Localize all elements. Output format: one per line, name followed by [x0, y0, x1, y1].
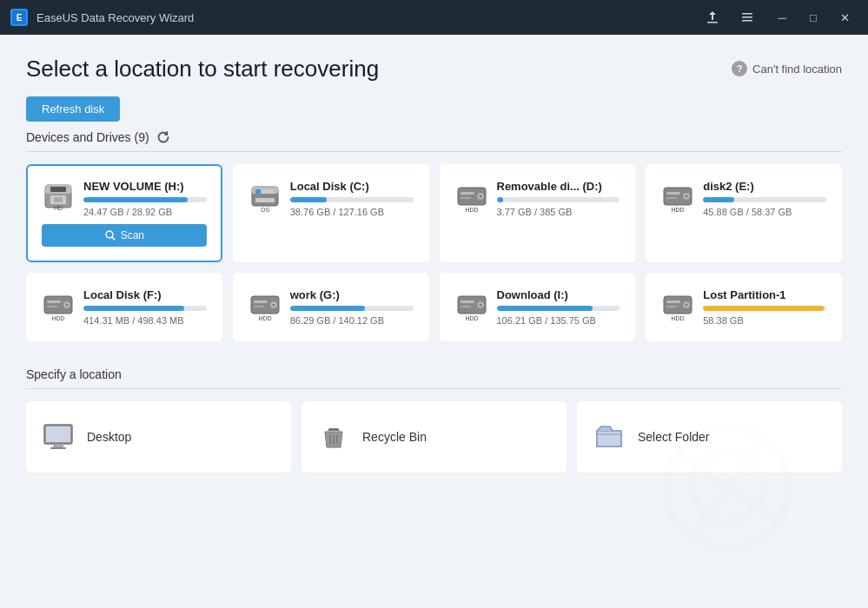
svg-point-40 [272, 304, 275, 307]
drive-bar-bg-4 [83, 306, 207, 311]
drive-card-inner-1: OS Local Disk (C:) 38.76 GB / 127.16 GB [248, 180, 414, 217]
svg-rect-59 [50, 447, 66, 449]
drive-name-6: Download (I:) [497, 288, 620, 301]
svg-rect-16 [255, 189, 261, 194]
scan-button[interactable]: Scan [42, 224, 207, 247]
svg-rect-53 [666, 301, 680, 303]
page-title: Select a location to start recovering [26, 56, 379, 83]
drive-card-5[interactable]: HDD work (G:) 86.29 GB / 140.12 GB [233, 273, 429, 341]
svg-rect-8 [50, 187, 66, 192]
minimize-btn[interactable]: ─ [769, 7, 795, 28]
location-grid: Desktop Recycle Bin Select Folder [26, 401, 842, 473]
drive-name-4: Local Disk (F:) [83, 288, 207, 301]
drive-info-5: work (G:) 86.29 GB / 140.12 GB [290, 288, 414, 326]
drive-name-1: Local Disk (C:) [290, 180, 414, 193]
drive-card-1[interactable]: OS Local Disk (C:) 38.76 GB / 127.16 GB [233, 164, 429, 262]
drive-card-3[interactable]: HDD disk2 (E:) 45.88 GB / 58.37 GB [646, 164, 842, 262]
drive-bar-fill-7 [703, 306, 824, 311]
location-name-0: Desktop [87, 430, 131, 444]
location-card-recycle[interactable]: Recycle Bin [301, 401, 567, 473]
svg-rect-18 [255, 198, 275, 202]
header: Select a location to start recovering ? … [0, 35, 868, 96]
svg-rect-2 [707, 22, 718, 23]
drive-icon-5: HDD [248, 288, 282, 321]
app-logo: E [10, 9, 28, 26]
drive-name-7: Lost Partition-1 [703, 288, 826, 301]
svg-text:OS: OS [261, 207, 269, 213]
drive-bar-fill-5 [290, 306, 365, 311]
svg-line-13 [112, 237, 115, 240]
drive-bar-bg-3 [703, 197, 826, 202]
svg-point-46 [479, 304, 481, 307]
drive-bar-bg-5 [290, 306, 414, 311]
svg-text:HD: HD [54, 205, 63, 211]
drive-bar-fill-4 [83, 306, 184, 311]
svg-rect-35 [47, 301, 61, 303]
svg-text:HDD: HDD [51, 315, 64, 321]
cant-find-label: Can't find location [752, 63, 842, 76]
menu-btn[interactable] [734, 7, 760, 28]
svg-text:HDD: HDD [258, 315, 271, 321]
drive-bar-fill-1 [290, 197, 328, 202]
location-name-1: Recycle Bin [362, 430, 427, 444]
window-controls: ─ □ ✕ [699, 7, 858, 28]
drive-icon-1: OS [248, 180, 282, 213]
drive-card-inner-5: HDD work (G:) 86.29 GB / 140.12 GB [248, 288, 414, 326]
maximize-btn[interactable]: □ [800, 7, 826, 28]
svg-point-34 [66, 304, 69, 307]
svg-rect-57 [46, 426, 70, 442]
drive-card-inner-3: HDD disk2 (E:) 45.88 GB / 58.37 GB [661, 180, 826, 217]
scroll-area[interactable]: Refresh disk Devices and Drives (9) HD [0, 96, 868, 608]
devices-section-header: Devices and Drives (9) [26, 130, 842, 152]
svg-rect-17 [262, 189, 274, 194]
refresh-disk-button[interactable]: Refresh disk [26, 96, 120, 122]
drive-info-3: disk2 (E:) 45.88 GB / 58.37 GB [703, 180, 826, 217]
drive-size-2: 3.77 GB / 385 GB [497, 207, 620, 217]
drive-name-0: NEW VOLUME (H:) [83, 180, 207, 193]
drive-bar-bg-1 [290, 197, 414, 202]
svg-rect-5 [742, 20, 752, 22]
location-name-2: Select Folder [638, 430, 709, 444]
drive-card-6[interactable]: HDD Download (I:) 106.21 GB / 135.75 GB [440, 273, 636, 341]
drive-info-7: Lost Partition-1 58.38 GB [703, 288, 826, 326]
svg-text:HDD: HDD [465, 207, 478, 213]
svg-rect-36 [47, 306, 57, 307]
svg-rect-41 [254, 301, 268, 303]
svg-rect-23 [461, 192, 474, 195]
svg-point-22 [479, 195, 481, 198]
drive-size-5: 86.29 GB / 140.12 GB [290, 315, 414, 326]
main-content: Select a location to start recovering ? … [0, 35, 868, 608]
app-title: EaseUS Data Recovery Wizard [36, 11, 699, 24]
location-card-folder[interactable]: Select Folder [577, 401, 842, 473]
drive-card-7[interactable]: HDD Lost Partition-1 58.38 GB [646, 273, 842, 341]
help-icon: ? [732, 61, 747, 76]
refresh-icon-button[interactable] [156, 130, 170, 144]
drive-info-2: Removable di... (D:) 3.77 GB / 385 GB [497, 180, 620, 217]
specify-section-title: Specify a location [26, 367, 842, 389]
drive-icon-3: HDD [661, 180, 694, 213]
drive-bar-bg-7 [703, 306, 826, 311]
svg-text:HDD: HDD [672, 207, 685, 213]
drive-card-0[interactable]: HD NEW VOLUME (H:) 24.47 GB / 28.92 GB S… [26, 164, 222, 262]
drive-card-inner-7: HDD Lost Partition-1 58.38 GB [661, 288, 826, 326]
svg-text:HDD: HDD [465, 315, 478, 321]
upload-btn[interactable] [699, 7, 726, 28]
drive-icon-2: HDD [455, 180, 488, 213]
drive-card-4[interactable]: HDD Local Disk (F:) 414.31 MB / 498.43 M… [26, 273, 222, 341]
svg-rect-3 [742, 13, 752, 15]
location-card-desktop[interactable]: Desktop [26, 401, 291, 473]
location-icon-folder [593, 420, 626, 453]
drive-card-2[interactable]: HDD Removable di... (D:) 3.77 GB / 385 G… [440, 164, 636, 262]
location-icon-recycle [317, 420, 350, 453]
drive-bar-fill-2 [497, 197, 503, 202]
drive-bar-fill-6 [497, 306, 593, 311]
close-btn[interactable]: ✕ [832, 7, 858, 28]
svg-rect-48 [461, 306, 471, 307]
drive-icon-6: HDD [455, 288, 488, 321]
devices-section-title: Devices and Drives (9) [26, 130, 149, 144]
drive-card-inner-0: HD NEW VOLUME (H:) 24.47 GB / 28.92 GB [42, 180, 207, 217]
drive-info-6: Download (I:) 106.21 GB / 135.75 GB [497, 288, 620, 326]
drive-name-5: work (G:) [290, 288, 414, 301]
cant-find-location[interactable]: ? Can't find location [732, 61, 842, 76]
location-icon-desktop [42, 420, 75, 453]
